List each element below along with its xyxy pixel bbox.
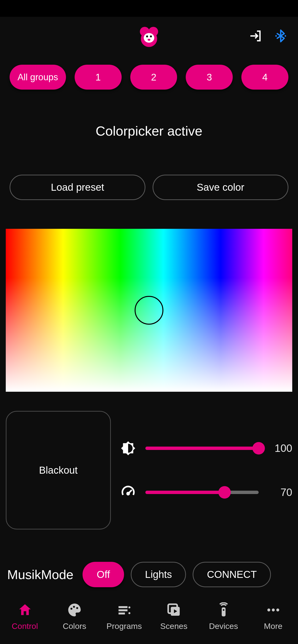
save-color-button[interactable]: Save color bbox=[153, 175, 288, 200]
musik-lights-button[interactable]: Lights bbox=[131, 562, 186, 587]
svg-point-13 bbox=[76, 607, 78, 609]
blackout-button[interactable]: Blackout bbox=[6, 411, 111, 530]
brightness-icon bbox=[120, 440, 136, 456]
svg-point-3 bbox=[144, 33, 154, 43]
svg-point-17 bbox=[128, 612, 130, 614]
color-picker-handle[interactable] bbox=[135, 296, 163, 325]
group-4-button[interactable]: 4 bbox=[241, 65, 288, 90]
musik-mode-label: MusikMode bbox=[7, 567, 73, 582]
speed-icon bbox=[120, 485, 136, 500]
svg-point-24 bbox=[267, 608, 270, 611]
nav-label: More bbox=[264, 622, 282, 631]
brightness-slider-row: 100 bbox=[120, 440, 292, 456]
group-all-button[interactable]: All groups bbox=[10, 65, 66, 90]
nav-control[interactable]: Control bbox=[1, 602, 49, 631]
login-icon[interactable] bbox=[248, 28, 263, 44]
svg-point-10 bbox=[127, 492, 129, 495]
nav-label: Devices bbox=[209, 622, 238, 631]
musik-off-button[interactable]: Off bbox=[83, 562, 124, 587]
app-header bbox=[0, 17, 298, 55]
nav-colors[interactable]: Colors bbox=[51, 602, 99, 631]
svg-point-23 bbox=[223, 609, 224, 611]
nav-label: Control bbox=[12, 622, 38, 631]
nav-more[interactable]: More bbox=[249, 602, 297, 631]
svg-point-5 bbox=[150, 36, 152, 38]
remote-icon bbox=[216, 602, 231, 618]
svg-rect-14 bbox=[118, 606, 127, 608]
group-1-button[interactable]: 1 bbox=[75, 65, 122, 90]
svg-point-8 bbox=[284, 35, 286, 37]
speed-slider[interactable] bbox=[145, 491, 259, 494]
brightness-value: 100 bbox=[268, 442, 292, 454]
svg-rect-22 bbox=[222, 607, 226, 616]
group-3-button[interactable]: 3 bbox=[186, 65, 233, 90]
bluetooth-icon[interactable] bbox=[273, 28, 288, 44]
bottom-nav: Control Colors Programs Scenes Devices M… bbox=[0, 591, 298, 644]
status-title: Colorpicker active bbox=[0, 123, 298, 139]
svg-rect-15 bbox=[118, 609, 127, 611]
nav-label: Colors bbox=[63, 622, 86, 631]
color-picker[interactable] bbox=[6, 229, 292, 392]
more-icon bbox=[266, 602, 281, 618]
nav-label: Scenes bbox=[160, 622, 187, 631]
palette-icon bbox=[67, 602, 82, 618]
list-icon bbox=[117, 602, 132, 618]
svg-point-18 bbox=[128, 606, 130, 608]
svg-point-7 bbox=[275, 35, 277, 37]
preset-row: Load preset Save color bbox=[0, 175, 298, 200]
scenes-icon bbox=[166, 602, 182, 618]
svg-point-25 bbox=[272, 608, 274, 611]
nav-scenes[interactable]: Scenes bbox=[150, 602, 198, 631]
musik-connect-button[interactable]: CONNECT bbox=[193, 562, 271, 587]
app-logo-icon bbox=[137, 24, 161, 48]
controls-section: Blackout 100 bbox=[0, 411, 298, 530]
nav-label: Programs bbox=[106, 622, 142, 631]
svg-point-11 bbox=[70, 608, 72, 610]
brightness-slider[interactable] bbox=[145, 446, 259, 450]
speed-value: 70 bbox=[268, 486, 292, 498]
speed-slider-row: 70 bbox=[120, 485, 292, 500]
nav-devices[interactable]: Devices bbox=[200, 602, 248, 631]
status-bar bbox=[0, 0, 298, 17]
group-2-button[interactable]: 2 bbox=[130, 65, 177, 90]
nav-programs[interactable]: Programs bbox=[100, 602, 148, 631]
svg-rect-16 bbox=[118, 612, 125, 614]
svg-point-12 bbox=[73, 606, 75, 608]
group-selector: All groups 1 2 3 4 bbox=[0, 55, 298, 90]
svg-point-6 bbox=[147, 39, 151, 41]
load-preset-button[interactable]: Load preset bbox=[10, 175, 145, 200]
svg-point-26 bbox=[276, 608, 279, 611]
home-icon bbox=[17, 602, 33, 618]
svg-point-4 bbox=[146, 36, 148, 38]
musik-mode-row: MusikMode Off Lights CONNECT bbox=[0, 562, 298, 587]
